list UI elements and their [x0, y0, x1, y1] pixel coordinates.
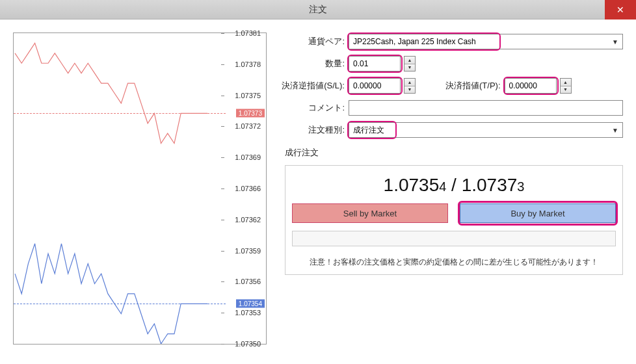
market-order-section-label: 成行注文 [285, 147, 623, 159]
axis-tick-label: 1.07378 [235, 60, 261, 68]
axis-tick-label: 1.07359 [235, 247, 261, 255]
chevron-down-icon: ▼ [612, 38, 618, 46]
sell-by-market-button[interactable]: Sell by Market [292, 203, 448, 223]
takeprofit-stepper[interactable]: ▲ ▼ [560, 78, 572, 94]
comment-input[interactable] [349, 100, 623, 116]
market-order-panel: 1.07354 / 1.07373 Sell by Market Buy by … [285, 165, 623, 275]
ordertype-select[interactable]: 成行注文 ▼ [349, 122, 623, 138]
arrow-up-icon[interactable]: ▲ [404, 79, 415, 86]
window-title: 注文 [309, 4, 327, 16]
axis-tick-label: 1.07350 [235, 340, 261, 348]
axis-tick-label: 1.07366 [235, 185, 261, 192]
status-bar [292, 231, 616, 246]
order-form: 通貨ペア: JP225Cash, Japan 225 Index Cash ▼ … [280, 32, 623, 351]
symbol-select-value: JP225Cash, Japan 225 Index Cash [353, 37, 476, 46]
volume-input[interactable]: 0.01 [349, 56, 401, 72]
axis-tick-label: 1.07356 [235, 278, 261, 285]
label-symbol: 通貨ペア: [280, 36, 345, 47]
label-stoploss: 決済逆指値(S/L): [280, 80, 345, 92]
arrow-up-icon[interactable]: ▲ [404, 57, 415, 64]
axis-tick-label: 1.07381 [235, 29, 261, 37]
volume-stepper[interactable]: ▲ ▼ [404, 56, 416, 72]
axis-tick-label: 1.07362 [235, 216, 261, 224]
axis-tick-label: 1.07372 [235, 122, 261, 130]
stoploss-stepper[interactable]: ▲ ▼ [404, 78, 416, 94]
chart-bid-price-tag: 1.07354 [236, 300, 265, 308]
takeprofit-input[interactable]: 0.00000 [505, 78, 557, 94]
price-chart: 1.073811.073781.073751.073721.073691.073… [13, 32, 267, 344]
close-icon: ✕ [616, 5, 624, 15]
arrow-down-icon[interactable]: ▼ [561, 86, 571, 94]
chevron-down-icon: ▼ [612, 127, 618, 134]
axis-tick-label: 1.07375 [235, 92, 261, 99]
label-takeprofit: 決済指値(T/P): [445, 80, 501, 92]
arrow-up-icon[interactable]: ▲ [561, 79, 571, 86]
axis-tick-label: 1.07353 [235, 309, 261, 317]
chart-ask-price-tag: 1.07373 [236, 109, 265, 118]
axis-tick-label: 1.07369 [235, 153, 261, 161]
order-warning-text: 注意！お客様の注文価格と実際の約定価格との間に差が生じる可能性があります！ [292, 257, 616, 268]
window-close-button[interactable]: ✕ [605, 0, 636, 20]
stoploss-input[interactable]: 0.00000 [349, 78, 401, 94]
arrow-down-icon[interactable]: ▼ [404, 86, 415, 94]
label-comment: コメント: [280, 102, 345, 114]
buy-by-market-button[interactable]: Buy by Market [460, 203, 616, 223]
label-ordertype: 注文種別: [280, 124, 345, 136]
ordertype-select-value: 成行注文 [353, 125, 384, 136]
symbol-select[interactable]: JP225Cash, Japan 225 Index Cash ▼ [349, 34, 623, 49]
bid-ask-quote: 1.07354 / 1.07373 [292, 175, 616, 196]
label-volume: 数量: [280, 58, 345, 70]
window-titlebar: 注文 ✕ [0, 0, 636, 20]
arrow-down-icon[interactable]: ▼ [404, 64, 415, 72]
